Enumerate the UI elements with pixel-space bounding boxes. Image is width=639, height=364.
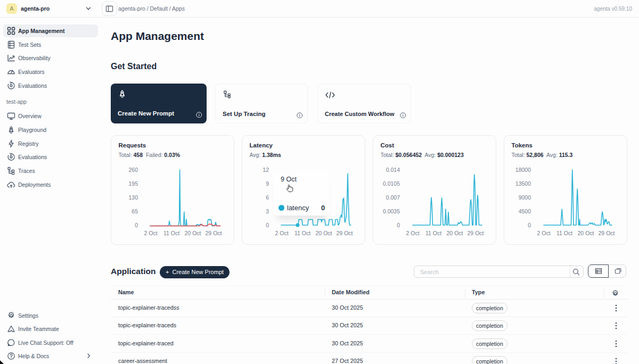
svg-text:13500: 13500	[515, 180, 531, 187]
svg-text:29 Oct: 29 Oct	[468, 230, 484, 236]
svg-text:2 Oct: 2 Oct	[275, 230, 288, 236]
svg-text:18000: 18000	[515, 167, 531, 173]
svg-text:11 Oct: 11 Oct	[163, 230, 179, 236]
svg-text:11 Oct: 11 Oct	[425, 230, 441, 236]
svg-text:20 Oct: 20 Oct	[316, 230, 332, 236]
svg-text:0: 0	[397, 222, 400, 228]
svg-text:0: 0	[266, 222, 269, 228]
svg-text:20 Oct: 20 Oct	[185, 230, 201, 236]
svg-text:3: 3	[266, 208, 269, 214]
svg-text:11 Oct: 11 Oct	[294, 230, 310, 236]
svg-text:65: 65	[132, 208, 138, 214]
svg-text:6: 6	[266, 194, 269, 201]
svg-text:2 Oct: 2 Oct	[406, 230, 419, 236]
svg-text:130: 130	[128, 194, 138, 201]
svg-text:29 Oct: 29 Oct	[206, 230, 222, 236]
svg-text:20 Oct: 20 Oct	[578, 230, 594, 236]
svg-text:0.014: 0.014	[386, 167, 400, 173]
svg-text:2 Oct: 2 Oct	[537, 230, 550, 236]
svg-text:0.007: 0.007	[386, 194, 400, 201]
svg-text:0: 0	[528, 222, 531, 228]
svg-text:12: 12	[263, 167, 269, 173]
svg-text:29 Oct: 29 Oct	[337, 230, 353, 236]
svg-text:195: 195	[128, 180, 138, 187]
svg-text:4500: 4500	[519, 208, 531, 214]
svg-text:2 Oct: 2 Oct	[144, 230, 157, 236]
svg-text:29 Oct: 29 Oct	[599, 230, 615, 236]
svg-text:0.0105: 0.0105	[383, 180, 400, 187]
svg-text:9: 9	[266, 180, 269, 187]
svg-text:11 Oct: 11 Oct	[556, 230, 572, 236]
svg-text:9000: 9000	[519, 194, 531, 201]
svg-text:260: 260	[128, 167, 138, 173]
svg-text:0: 0	[135, 222, 138, 228]
svg-text:20 Oct: 20 Oct	[447, 230, 463, 236]
svg-text:0.0035: 0.0035	[383, 208, 400, 214]
